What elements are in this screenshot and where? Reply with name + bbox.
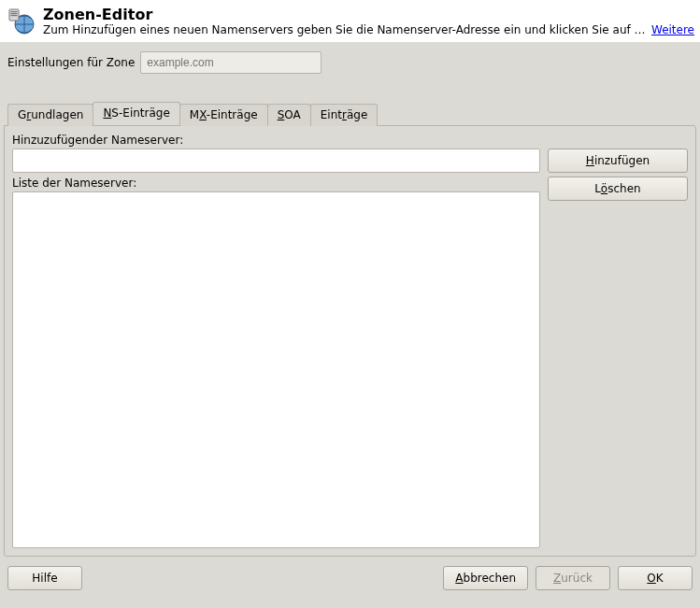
- back-button: Zurück: [536, 566, 610, 590]
- tab-soa[interactable]: SOA: [267, 104, 311, 126]
- tab-eintraege[interactable]: Einträge: [310, 104, 379, 126]
- svg-rect-4: [11, 15, 18, 16]
- svg-rect-2: [11, 11, 18, 12]
- zone-name-input: [140, 51, 321, 74]
- header: Zonen-Editor Zum Hinzufügen eines neuen …: [0, 0, 700, 42]
- tab-bar: Grundlagen NS-Einträge MX-Einträge SOA E…: [4, 102, 696, 125]
- delete-button[interactable]: Löschen: [548, 177, 688, 201]
- page-title: Zonen-Editor: [43, 6, 694, 23]
- ok-button[interactable]: OK: [618, 566, 693, 590]
- nameserver-list[interactable]: [12, 191, 540, 548]
- add-button[interactable]: Hinzufügen: [548, 148, 688, 173]
- settings-row: Einstellungen für Zone: [0, 42, 700, 74]
- page-subtitle: Zum Hinzufügen eines neuen Namenservers …: [43, 23, 646, 36]
- cancel-button[interactable]: Abbrechen: [443, 566, 528, 590]
- tab-grundlagen[interactable]: Grundlagen: [7, 104, 93, 126]
- more-link[interactable]: Weitere: [651, 23, 694, 36]
- help-button[interactable]: Hilfe: [7, 566, 82, 590]
- tab-mx-eintraege[interactable]: MX-Einträge: [179, 104, 268, 126]
- settings-label: Einstellungen für Zone: [7, 56, 135, 69]
- tab-panel-ns: Hinzuzufügender Nameserver: Hinzufügen L…: [4, 125, 696, 557]
- add-nameserver-label: Hinzuzufügender Nameserver:: [12, 134, 688, 147]
- add-nameserver-input[interactable]: [12, 148, 540, 173]
- app-icon: [6, 6, 36, 35]
- nameserver-list-label: Liste der Nameserver:: [12, 177, 540, 190]
- footer: Hilfe Abbrechen Zurück OK: [0, 557, 700, 601]
- svg-rect-3: [11, 13, 18, 14]
- tab-ns-eintraege[interactable]: NS-Einträge: [93, 102, 179, 125]
